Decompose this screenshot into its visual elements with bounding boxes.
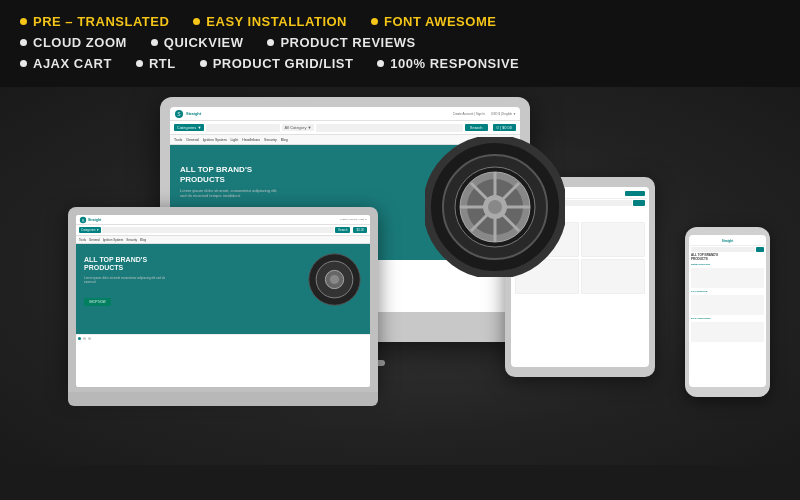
bullet-icon	[136, 60, 143, 67]
feature-cloud-zoom: CLOUD ZOOM	[20, 35, 127, 50]
features-row-2: CLOUD ZOOM QUICKVIEW PRODUCT REVIEWS	[20, 35, 780, 50]
feature-pre-translated: PRE – TRANSLATED	[20, 14, 169, 29]
feature-ajax-cart: AJAX CART	[20, 56, 112, 71]
phone-device: Straight ALL TOP BRAND'SPRODUCTS FREE SH…	[685, 227, 770, 397]
laptop-logo-icon: S	[79, 216, 87, 224]
laptop-device: S Straight Create Account | Sign In Cate…	[68, 207, 378, 437]
laptop-website: S Straight Create Account | Sign In Cate…	[76, 215, 370, 387]
feature-label: CLOUD ZOOM	[33, 35, 127, 50]
bullet-icon	[267, 39, 274, 46]
features-section: PRE – TRANSLATED EASY INSTALLATION FONT …	[0, 0, 800, 87]
svg-text:S: S	[82, 217, 85, 222]
feature-label: RTL	[149, 56, 176, 71]
feature-quickview: QUICKVIEW	[151, 35, 244, 50]
svg-point-31	[488, 200, 502, 214]
feature-label: PRE – TRANSLATED	[33, 14, 169, 29]
bullet-icon	[20, 18, 27, 25]
large-tire	[425, 137, 565, 277]
bullet-icon	[151, 39, 158, 46]
feature-label: PRODUCT REVIEWS	[280, 35, 415, 50]
bullet-icon	[20, 39, 27, 46]
svg-point-15	[330, 275, 339, 284]
bullet-icon	[193, 18, 200, 25]
feature-label: FONT AWESOME	[384, 14, 496, 29]
feature-responsive: 100% RESPONSIVE	[377, 56, 519, 71]
laptop-screen: S Straight Create Account | Sign In Cate…	[76, 215, 370, 387]
bullet-icon	[200, 60, 207, 67]
feature-label: AJAX CART	[33, 56, 112, 71]
bullet-icon	[20, 60, 27, 67]
logo-icon: S	[174, 109, 184, 119]
laptop-base	[68, 392, 378, 406]
feature-label: PRODUCT GRID/LIST	[213, 56, 354, 71]
feature-easy-installation: EASY INSTALLATION	[193, 14, 347, 29]
feature-label: EASY INSTALLATION	[206, 14, 347, 29]
features-row-1: PRE – TRANSLATED EASY INSTALLATION FONT …	[20, 14, 780, 29]
feature-rtl: RTL	[136, 56, 176, 71]
preview-section: S Straight Create Account | Sign In USD …	[0, 87, 800, 465]
bullet-icon	[377, 60, 384, 67]
feature-product-grid-list: PRODUCT GRID/LIST	[200, 56, 354, 71]
feature-font-awesome: FONT AWESOME	[371, 14, 496, 29]
phone-screen: Straight ALL TOP BRAND'SPRODUCTS FREE SH…	[689, 235, 766, 387]
phone-frame: Straight ALL TOP BRAND'SPRODUCTS FREE SH…	[685, 227, 770, 397]
feature-label: 100% RESPONSIVE	[390, 56, 519, 71]
laptop-tire-icon	[307, 252, 362, 307]
feature-product-reviews: PRODUCT REVIEWS	[267, 35, 415, 50]
features-row-3: AJAX CART RTL PRODUCT GRID/LIST 100% RES…	[20, 56, 780, 71]
feature-label: QUICKVIEW	[164, 35, 244, 50]
laptop-frame: S Straight Create Account | Sign In Cate…	[68, 207, 378, 392]
large-tire-svg	[425, 137, 565, 277]
bullet-icon	[371, 18, 378, 25]
